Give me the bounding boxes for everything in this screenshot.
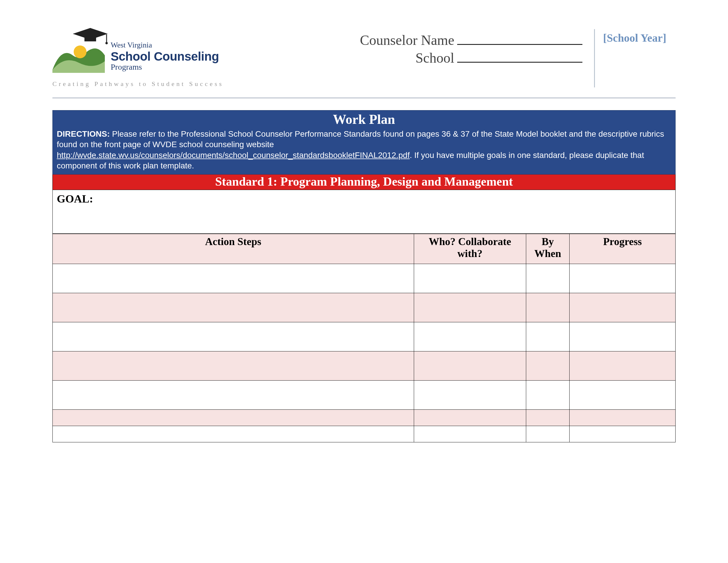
- table-row[interactable]: [53, 293, 676, 322]
- page-header: West Virginia School Counseling Programs…: [52, 29, 676, 93]
- table-row[interactable]: [53, 352, 676, 381]
- svg-point-0: [74, 45, 86, 58]
- program-logo: West Virginia School Counseling Programs…: [52, 29, 239, 93]
- counselor-name-label: Counselor Name: [360, 32, 454, 48]
- table-row[interactable]: [53, 381, 676, 410]
- standard-title: Standard 1: Program Planning, Design and…: [52, 174, 676, 190]
- header-fields: Counselor Name School: [250, 29, 582, 68]
- directions-text: DIRECTIONS: Please refer to the Professi…: [52, 128, 676, 174]
- col-progress: Progress: [570, 234, 676, 264]
- header-divider: [52, 97, 676, 98]
- school-label: School: [416, 50, 454, 66]
- logo-text-sub: Programs: [111, 62, 219, 72]
- table-row[interactable]: [53, 410, 676, 426]
- table-row[interactable]: [53, 322, 676, 352]
- svg-rect-2: [84, 37, 96, 41]
- col-action-steps: Action Steps: [53, 234, 414, 264]
- panel-title: Work Plan: [52, 110, 676, 128]
- logo-tagline: Creating Pathways to Student Success: [52, 80, 224, 88]
- directions-link[interactable]: http://wvde.state.wv.us/counselors/docum…: [57, 151, 410, 160]
- school-year-placeholder[interactable]: [School Year]: [603, 31, 676, 44]
- table-row[interactable]: [53, 264, 676, 293]
- directions-body-1: Please refer to the Professional School …: [57, 129, 664, 149]
- table-row[interactable]: [53, 426, 676, 442]
- logo-text-main: School Counseling: [111, 50, 219, 63]
- school-blank[interactable]: [457, 51, 582, 63]
- goal-label[interactable]: GOAL:: [52, 190, 676, 234]
- graduation-cap-icon: [73, 28, 108, 45]
- logo-text-state: West Virginia: [111, 41, 219, 50]
- work-plan-panel: Work Plan DIRECTIONS: Please refer to th…: [52, 110, 676, 442]
- col-by-when: By When: [526, 234, 570, 264]
- header-right: [School Year]: [594, 29, 676, 87]
- directions-label: DIRECTIONS:: [57, 129, 110, 138]
- col-who: Who? Collaborate with?: [414, 234, 526, 264]
- svg-point-4: [105, 42, 108, 44]
- counselor-name-blank[interactable]: [457, 33, 582, 45]
- action-steps-table: Action Steps Who? Collaborate with? By W…: [52, 234, 676, 443]
